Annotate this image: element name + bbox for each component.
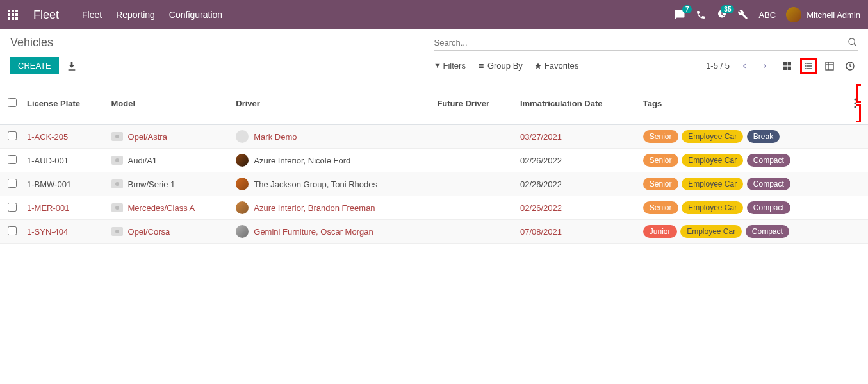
row-checkbox[interactable] [8,179,17,188]
search-icon[interactable] [848,37,858,47]
col-driver[interactable]: Driver [231,82,432,125]
tag: Senior [643,154,678,167]
tag: Employee Car [682,130,743,143]
tag: Compact [747,201,790,214]
tag: Compact [747,178,790,190]
row-checkbox[interactable] [8,203,17,212]
cell-model: Opel/Corsa [106,220,231,244]
brand-title[interactable]: Fleet [33,8,59,22]
user-menu[interactable]: Mitchell Admin [786,7,860,22]
tag: Employee Car [682,154,743,167]
svg-point-0 [849,38,855,44]
cell-tags: Junior Employee Car Compact [638,220,849,244]
col-license[interactable]: License Plate [22,82,106,125]
create-button[interactable]: CREATE [10,57,59,74]
cell-model: Audi/A1 [106,149,231,172]
table-row[interactable]: 1-ACK-205 Opel/Astra Mark Demo 03/27/202… [0,125,868,149]
filters-button[interactable]: Filters [434,61,466,71]
breadcrumb: Vehicles [10,36,434,49]
list-icon [477,63,485,69]
nav-item-reporting[interactable]: Reporting [116,10,155,20]
nav-menu: Fleet Reporting Configuration [82,10,222,20]
tag: Employee Car [682,201,743,214]
svg-point-10 [854,98,856,100]
col-future[interactable]: Future Driver [432,82,515,125]
row-checkbox[interactable] [8,155,17,164]
cell-future [432,172,515,196]
driver-avatar [236,130,249,143]
cell-tags: Senior Employee Car Compact [638,196,849,220]
driver-avatar [236,178,249,190]
cell-driver: Azure Interior, Brandon Freeman [231,196,432,220]
view-switcher [780,58,858,74]
tag: Employee Car [682,178,743,190]
nav-item-fleet[interactable]: Fleet [82,10,102,20]
col-tags[interactable]: Tags [638,82,849,125]
kanban-view-button[interactable] [780,58,795,74]
tag: Break [747,130,780,143]
cell-immat: 02/26/2022 [515,196,638,220]
cell-tags: Senior Employee Car Compact [638,149,849,172]
activities-icon[interactable]: 35 [716,9,728,21]
table-row[interactable]: 1-SYN-404 Opel/Corsa Gemini Furniture, O… [0,220,868,244]
cell-license: 1-BMW-001 [22,172,106,196]
col-immat[interactable]: Immatriculation Date [515,82,638,125]
activity-view-button[interactable] [842,58,858,74]
cell-model: Mercedes/Class A [106,196,231,220]
svg-point-12 [854,106,856,108]
vehicles-table: License Plate Model Driver Future Driver… [0,82,868,244]
phone-icon[interactable] [696,10,706,20]
export-icon[interactable] [67,61,77,71]
favorites-button[interactable]: Favorites [534,61,578,71]
svg-rect-4 [783,66,787,69]
cell-immat: 07/08/2021 [515,220,638,244]
svg-rect-2 [783,62,787,65]
top-navbar: Fleet Fleet Reporting Configuration 7 35… [0,0,868,29]
svg-rect-5 [788,66,791,69]
svg-line-1 [854,44,856,46]
driver-avatar [236,154,249,167]
search-input[interactable] [434,38,848,47]
pivot-view-button[interactable] [822,58,837,74]
pager-next[interactable] [759,62,771,71]
cell-model: Bmw/Serie 1 [106,172,231,196]
star-icon [534,62,542,70]
cell-driver: Gemini Furniture, Oscar Morgan [231,220,432,244]
tag: Employee Car [680,225,742,238]
cell-driver: The Jackson Group, Toni Rhodes [231,172,432,196]
cell-future [432,196,515,220]
cell-license: 1-AUD-001 [22,149,106,172]
list-view-button[interactable] [800,58,817,74]
company-selector[interactable]: ABC [758,10,776,20]
row-checkbox[interactable] [8,131,17,140]
cell-driver: Mark Demo [231,125,432,149]
tag: Compact [746,225,789,238]
car-icon [111,203,123,212]
activities-badge: 35 [721,5,734,13]
columns-options-button[interactable] [854,84,863,122]
apps-icon[interactable] [8,10,18,20]
cell-model: Opel/Astra [106,125,231,149]
groupby-button[interactable]: Group By [477,61,523,71]
pager-prev[interactable] [739,62,750,71]
col-model[interactable]: Model [106,82,231,125]
messages-icon[interactable]: 7 [674,9,685,21]
search-bar[interactable] [434,35,858,51]
cell-future [432,125,515,149]
table-row[interactable]: 1-MER-001 Mercedes/Class A Azure Interio… [0,196,868,220]
tag: Compact [747,154,790,167]
cell-license: 1-ACK-205 [22,125,106,149]
row-checkbox[interactable] [8,226,17,235]
tag: Senior [643,178,678,190]
car-icon [111,179,123,188]
table-row[interactable]: 1-BMW-001 Bmw/Serie 1 The Jackson Group,… [0,172,868,196]
cell-immat: 02/26/2022 [515,149,638,172]
pager-text[interactable]: 1-5 / 5 [706,61,730,71]
tools-icon[interactable] [738,10,748,20]
select-all-checkbox[interactable] [8,98,17,107]
control-panel: Vehicles CREATE Filters Group By [0,29,868,79]
nav-item-configuration[interactable]: Configuration [169,10,222,20]
cell-license: 1-SYN-404 [22,220,106,244]
cell-driver: Azure Interior, Nicole Ford [231,149,432,172]
table-row[interactable]: 1-AUD-001 Audi/A1 Azure Interior, Nicole… [0,149,868,172]
